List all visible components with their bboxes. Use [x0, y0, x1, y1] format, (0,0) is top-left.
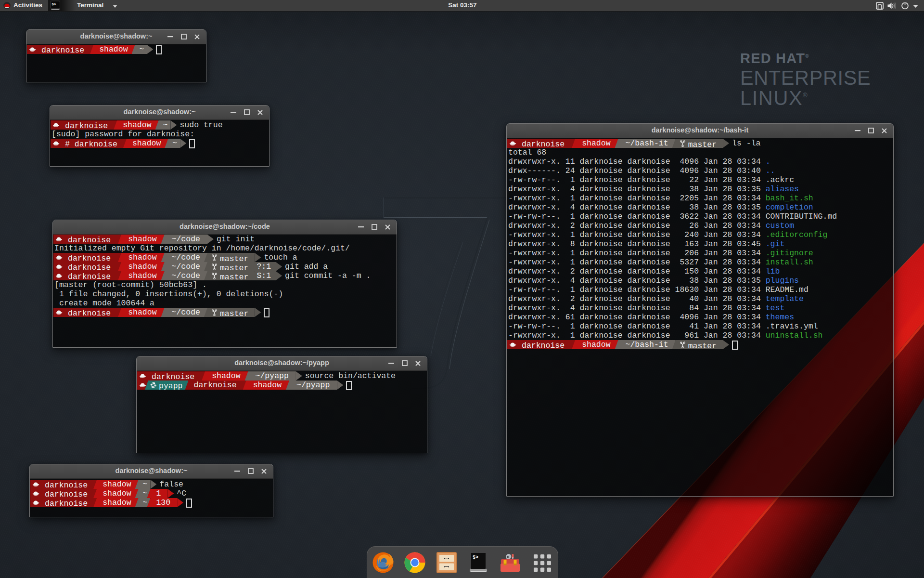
svg-text:$>: $> — [51, 2, 56, 6]
svg-text:$>: $> — [473, 555, 478, 560]
